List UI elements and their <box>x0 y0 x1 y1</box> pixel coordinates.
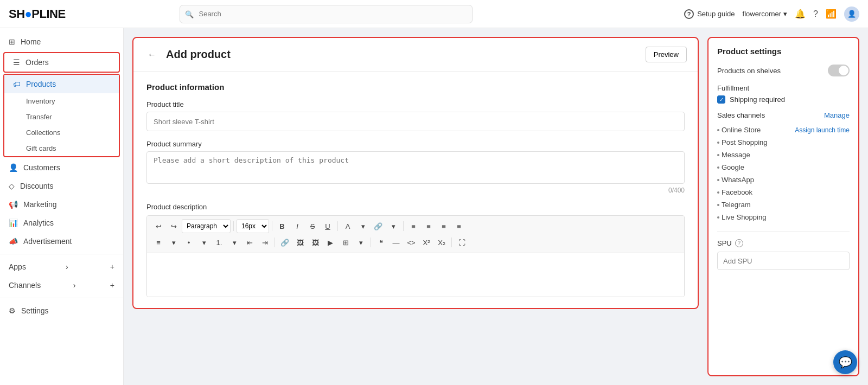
assign-launch-time-link[interactable]: Assign launch time <box>795 126 850 134</box>
search-input[interactable] <box>180 5 473 23</box>
channels-expand-icon: › <box>73 281 76 290</box>
apps-add-icon[interactable]: + <box>110 262 114 271</box>
rte-body[interactable] <box>147 253 684 297</box>
sidebar-item-label: Orders <box>25 58 49 67</box>
chevron-down-icon: ▾ <box>783 10 787 18</box>
preview-button[interactable]: Preview <box>646 47 687 62</box>
sidebar-sub-inventory[interactable]: Inventory <box>4 93 119 109</box>
channel-name: Telegram <box>717 201 750 209</box>
align-center-button[interactable]: ≡ <box>422 219 436 233</box>
sidebar-sub-gift-cards[interactable]: Gift cards <box>4 140 119 156</box>
sidebar-channels[interactable]: Channels › + <box>0 276 123 294</box>
product-title-input[interactable] <box>146 112 685 131</box>
product-summary-input[interactable] <box>146 151 685 184</box>
insert-image-button[interactable]: 🖼 <box>293 235 307 249</box>
subscript-button[interactable]: X₂ <box>435 235 449 249</box>
ordered-list-caret[interactable]: ▾ <box>227 235 241 249</box>
avatar[interactable]: 👤 <box>844 7 859 22</box>
shelves-label: Products on shelves <box>717 67 781 75</box>
insert-image2-button[interactable]: 🖼 <box>308 235 322 249</box>
insert-link-button[interactable]: 🔗 <box>278 235 292 249</box>
bullet-list-button[interactable]: • <box>182 235 196 249</box>
superscript-button[interactable]: X² <box>419 235 433 249</box>
blockquote-button[interactable]: ❝ <box>374 235 388 249</box>
sidebar-sub-collections[interactable]: Collections <box>4 125 119 140</box>
insert-table-caret[interactable]: ▾ <box>354 235 368 249</box>
shelves-toggle[interactable] <box>828 65 850 76</box>
sidebar-item-customers[interactable]: 👤 Customers <box>0 158 123 177</box>
hr-button[interactable]: — <box>389 235 403 249</box>
chat-bubble[interactable]: 💬 <box>833 350 857 374</box>
customers-icon: 👤 <box>9 163 18 172</box>
align-left-button[interactable]: ≡ <box>406 219 420 233</box>
link-button[interactable]: 🔗 <box>371 219 385 233</box>
channel-dot-icon <box>717 191 719 194</box>
right-panel-inner: Product settings Products on shelves Ful… <box>709 38 858 279</box>
link-caret[interactable]: ▾ <box>386 219 400 233</box>
text-color-button[interactable]: A <box>341 219 355 233</box>
align-right-button[interactable]: ≡ <box>437 219 451 233</box>
setup-guide-button[interactable]: ? Setup guide <box>684 9 735 19</box>
sidebar-item-home[interactable]: ⊞ Home <box>0 33 123 51</box>
sidebar-item-label: Settings <box>21 306 49 315</box>
strikethrough-button[interactable]: S <box>305 219 320 233</box>
shelves-row: Products on shelves <box>717 65 850 76</box>
spu-input[interactable] <box>717 252 850 270</box>
store-selector[interactable]: flowercorner ▾ <box>743 10 788 18</box>
sidebar-item-marketing[interactable]: 📢 Marketing <box>0 195 123 214</box>
content-area: ← Add product Preview Product informatio… <box>124 28 868 385</box>
insert-video-button[interactable]: ▶ <box>323 235 337 249</box>
italic-button[interactable]: I <box>290 219 304 233</box>
channel-name: Facebook <box>717 188 752 196</box>
sidebar-item-discounts[interactable]: ◇ Discounts <box>0 177 123 195</box>
help-icon[interactable]: ? <box>813 9 818 19</box>
sidebar-sub-label: Transfer <box>26 113 52 121</box>
bold-button[interactable]: B <box>275 219 289 233</box>
setup-guide-icon: ? <box>684 9 694 19</box>
sidebar-item-orders[interactable]: ☰ Orders <box>4 53 119 72</box>
list-type-caret[interactable]: ▾ <box>167 235 181 249</box>
wifi-icon[interactable]: 📶 <box>826 9 837 19</box>
channel-row: Google <box>717 161 850 174</box>
paragraph-select[interactable]: Paragraph <box>182 219 231 233</box>
text-color-caret[interactable]: ▾ <box>356 219 370 233</box>
redo-button[interactable]: ↪ <box>167 219 181 233</box>
sidebar-item-products[interactable]: 🏷 Products <box>4 75 119 93</box>
channel-name-text: Live Shopping <box>722 213 766 221</box>
rte-divider-2 <box>272 221 272 231</box>
channels-add-icon[interactable]: + <box>110 281 114 290</box>
undo-button[interactable]: ↩ <box>151 219 165 233</box>
back-button[interactable]: ← <box>144 47 159 62</box>
sidebar-item-analytics[interactable]: 📊 Analytics <box>0 214 123 232</box>
sidebar-apps[interactable]: Apps › + <box>0 258 123 276</box>
shipping-required-label: Shipping required <box>730 95 785 104</box>
shipping-checkbox[interactable]: ✓ <box>717 95 725 104</box>
sidebar-sub-transfer[interactable]: Transfer <box>4 109 119 125</box>
channel-name: Google <box>717 163 744 171</box>
outdent-button[interactable]: ⇤ <box>242 235 257 249</box>
channel-row: WhatsApp <box>717 174 850 186</box>
align-justify-button[interactable]: ≡ <box>452 219 466 233</box>
fullscreen-button[interactable]: ⛶ <box>455 235 469 249</box>
product-desc-label: Product description <box>146 203 685 211</box>
code-button[interactable]: <> <box>404 235 418 249</box>
ordered-list-button[interactable]: 1. <box>212 235 226 249</box>
notification-icon[interactable]: 🔔 <box>795 9 806 19</box>
spu-help-icon[interactable]: ? <box>735 239 743 247</box>
sidebar-item-label: Products <box>26 80 56 88</box>
summary-char-count: 0/400 <box>146 187 685 194</box>
channel-name-text: Telegram <box>722 201 750 209</box>
insert-table-button[interactable]: ⊞ <box>339 235 353 249</box>
list-type-button[interactable]: ≡ <box>151 235 165 249</box>
sidebar-item-advertisement[interactable]: 📣 Advertisement <box>0 232 123 251</box>
bullet-list-caret[interactable]: ▾ <box>197 235 211 249</box>
font-size-select[interactable]: 16px <box>237 219 269 233</box>
manage-link[interactable]: Manage <box>824 111 850 119</box>
sidebar-item-settings[interactable]: ⚙ Settings <box>0 301 123 320</box>
channels-list: Online Store Assign launch time Post Sho… <box>717 124 850 223</box>
channel-name-text: Facebook <box>722 188 752 196</box>
indent-button[interactable]: ⇥ <box>258 235 272 249</box>
underline-button[interactable]: U <box>321 219 335 233</box>
sales-channels-section: Sales channels Manage Online Store Assig… <box>717 111 850 223</box>
channel-row: Message <box>717 149 850 161</box>
